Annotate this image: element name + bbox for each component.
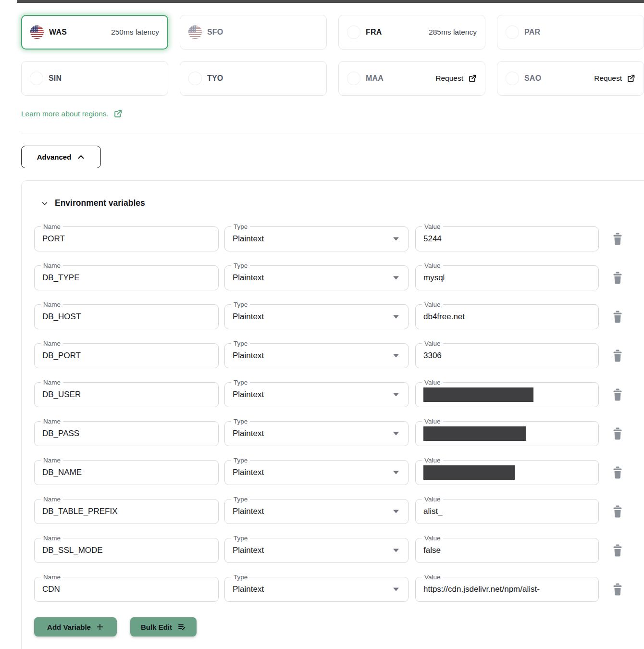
variable-row: Name DB_USER Type Plaintext Value [22,382,644,407]
advanced-label: Advanced [37,153,72,161]
region-code: SFO [207,28,223,37]
variable-row: Name DB_PORT Type Plaintext Value 3306 [22,343,644,368]
variable-value-input[interactable]: Value 3306 [415,343,599,368]
delete-variable-button[interactable] [612,271,623,285]
region-card[interactable]: FRA 285ms latency [338,15,485,50]
variable-value-input[interactable]: Value mysql [415,265,599,290]
region-request-link[interactable]: Request [435,74,477,83]
trash-icon [612,232,623,246]
delete-variable-button[interactable] [612,427,623,440]
japan-flag-icon [188,72,202,85]
region-code: SAO [524,74,541,83]
external-link-icon [468,74,477,83]
delete-variable-button[interactable] [612,349,623,362]
chevron-down-icon[interactable] [41,200,49,207]
region-card[interactable]: SFO [180,15,327,50]
delete-variable-button[interactable] [612,544,623,557]
delete-variable-button[interactable] [612,583,623,596]
external-link-icon [627,74,635,83]
variable-row: Name DB_TABLE_PREFIX Type Plaintext Valu… [22,499,644,524]
variable-type-select[interactable]: Type Plaintext [224,577,409,602]
trash-icon [612,505,623,518]
variable-type-select[interactable]: Type Plaintext [224,538,409,563]
variable-value-input[interactable]: Value 5244 [415,226,599,251]
external-link-icon [113,109,123,118]
trash-icon [612,583,623,596]
france-flag-icon [506,25,519,39]
chevron-down-icon [393,315,399,319]
variable-type-select[interactable]: Type Plaintext [224,460,409,485]
delete-variable-button[interactable] [612,310,623,324]
trash-icon [612,544,623,557]
variable-type-select[interactable]: Type Plaintext [224,343,409,368]
top-dark-bar [17,0,644,3]
delete-variable-button[interactable] [612,505,623,518]
chevron-down-icon [393,237,399,241]
variable-value-input[interactable]: Value [415,421,599,446]
region-card[interactable]: TYO [180,61,327,96]
delete-variable-button[interactable] [612,388,623,401]
variable-name-input[interactable]: Name DB_TYPE [34,265,219,290]
chevron-up-icon [77,153,85,161]
trash-icon [612,466,623,479]
germany-flag-icon [347,25,360,39]
trash-icon [612,388,623,401]
environment-variables-header[interactable]: Environment variables [41,198,145,208]
region-code: WAS [49,28,67,37]
variable-name-input[interactable]: Name DB_PORT [34,343,219,368]
region-card[interactable]: SIN [21,61,168,96]
chevron-down-icon [393,432,399,436]
add-variable-button[interactable]: Add Variable [34,617,117,637]
variable-type-select[interactable]: Type Plaintext [224,265,409,290]
plus-icon [96,623,104,631]
region-card[interactable]: PAR [497,15,644,50]
add-variable-label: Add Variable [47,623,91,631]
variable-name-input[interactable]: Name PORT [34,226,219,251]
region-card[interactable]: MAA Request [338,61,485,96]
region-card[interactable]: WAS 250ms latency [21,15,168,50]
variable-name-input[interactable]: Name DB_USER [34,382,219,407]
trash-icon [612,271,623,285]
variable-row: Name CDN Type Plaintext Value https://cd… [22,577,644,602]
variable-row: Name DB_SSL_MODE Type Plaintext Value fa… [22,538,644,563]
variable-type-select[interactable]: Type Plaintext [224,304,409,329]
variable-value-input[interactable]: Value [415,382,599,407]
learn-more-label: Learn more about regions. [21,110,109,118]
region-request-link[interactable]: Request [594,74,635,83]
request-label: Request [594,74,622,83]
variable-name-input[interactable]: Name DB_HOST [34,304,219,329]
variable-type-select[interactable]: Type Plaintext [224,421,409,446]
variable-value-input[interactable]: Value false [415,538,599,563]
environment-variables-title: Environment variables [55,198,145,208]
chevron-down-icon [393,471,399,474]
variable-name-input[interactable]: Name DB_NAME [34,460,219,485]
variable-value-input[interactable]: Value [415,460,599,485]
trash-icon [612,427,623,440]
advanced-toggle-button[interactable]: Advanced [21,146,101,168]
variable-type-select[interactable]: Type Plaintext [224,382,409,407]
region-card[interactable]: SAO Request [497,61,644,96]
chevron-down-icon [393,276,399,280]
deployment-settings-page: WAS 250ms latency SFO FRA 285ms latency … [0,0,644,649]
variable-row: Name PORT Type Plaintext Value 5244 [22,226,644,251]
variable-name-input[interactable]: Name DB_SSL_MODE [34,538,219,563]
delete-variable-button[interactable] [612,466,623,479]
variable-name-input[interactable]: Name CDN [34,577,219,602]
learn-more-regions-link[interactable]: Learn more about regions. [21,109,123,118]
delete-variable-button[interactable] [612,232,623,246]
redacted-value [423,426,526,441]
variable-type-select[interactable]: Type Plaintext [224,499,409,524]
region-code: TYO [207,74,223,83]
chevron-down-icon [393,510,399,513]
variable-value-input[interactable]: Value https://cdn.jsdelivr.net/npm/alist… [415,577,599,602]
variable-name-input[interactable]: Name DB_TABLE_PREFIX [34,499,219,524]
region-code: MAA [366,74,384,83]
variable-name-input[interactable]: Name DB_PASS [34,421,219,446]
variable-value-input[interactable]: Value db4free.net [415,304,599,329]
bulk-edit-button[interactable]: Bulk Edit [130,617,197,637]
list-edit-icon [177,623,186,631]
india-flag-icon [347,72,360,85]
variable-row: Name DB_NAME Type Plaintext Value [22,460,644,485]
variable-value-input[interactable]: Value alist_ [415,499,599,524]
variable-type-select[interactable]: Type Plaintext [224,226,409,251]
